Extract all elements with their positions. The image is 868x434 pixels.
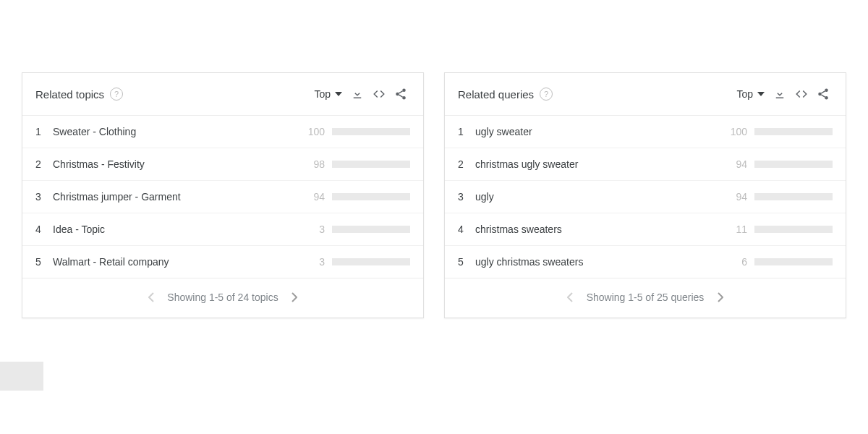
rank: 4 <box>35 224 50 235</box>
list-item[interactable]: 1 ugly sweater 100 <box>445 116 846 148</box>
bar-track <box>332 128 410 135</box>
svg-point-1 <box>396 93 399 96</box>
help-icon[interactable]: ? <box>110 88 123 101</box>
list-item[interactable]: 5 Walmart - Retail company 3 <box>22 246 423 278</box>
download-icon[interactable] <box>346 83 368 105</box>
prev-page-button[interactable] <box>140 286 163 309</box>
rank: 2 <box>35 158 50 170</box>
item-label: Christmas - Festivity <box>50 158 296 170</box>
bar-track <box>332 161 410 168</box>
item-value: 100 <box>718 126 754 137</box>
item-value: 94 <box>296 191 332 203</box>
svg-point-5 <box>825 96 828 100</box>
list-item[interactable]: 2 christmas ugly sweater 94 <box>445 148 846 181</box>
bar-track <box>754 258 833 265</box>
rows-list: 1 Sweater - Clothing 100 2 Christmas - F… <box>22 116 423 278</box>
item-label: Idea - Topic <box>50 224 296 235</box>
item-value: 94 <box>718 158 754 170</box>
rows-list: 1 ugly sweater 100 2 christmas ugly swea… <box>445 116 846 278</box>
card-header: Related queries ? Top <box>445 73 846 116</box>
item-label: ugly christmas sweaters <box>472 256 718 268</box>
rank: 3 <box>458 191 472 203</box>
bar-track <box>754 161 833 168</box>
list-item[interactable]: 5 ugly christmas sweaters 6 <box>445 246 846 278</box>
sort-dropdown[interactable]: Top <box>736 88 769 100</box>
card-title: Related queries <box>458 88 534 101</box>
chevron-down-icon <box>757 92 765 96</box>
item-label: Christmas jumper - Garment <box>50 191 296 203</box>
pagination-text: Showing 1-5 of 24 topics <box>163 292 282 303</box>
item-value: 3 <box>296 256 332 268</box>
chevron-down-icon <box>335 92 342 96</box>
share-icon[interactable] <box>812 83 834 105</box>
share-icon[interactable] <box>390 83 412 105</box>
related-topics-card: Related topics ? Top 1 Sweater - <box>22 72 424 318</box>
item-value: 6 <box>718 256 754 268</box>
pagination-text: Showing 1-5 of 25 queries <box>582 292 709 303</box>
svg-point-2 <box>402 96 406 100</box>
list-item[interactable]: 3 Christmas jumper - Garment 94 <box>22 181 423 213</box>
related-queries-card: Related queries ? Top 1 ugly swea <box>444 72 846 318</box>
list-item[interactable]: 2 Christmas - Festivity 98 <box>22 148 423 181</box>
rank: 1 <box>458 126 472 137</box>
bar-track <box>332 258 410 265</box>
list-item[interactable]: 3 ugly 94 <box>445 181 846 213</box>
bar-track <box>332 193 410 200</box>
item-label: Walmart - Retail company <box>50 256 296 268</box>
rank: 1 <box>35 126 50 137</box>
embed-icon[interactable] <box>791 83 812 105</box>
embed-icon[interactable] <box>368 83 390 105</box>
bar-track <box>332 226 410 233</box>
panels-container: Related topics ? Top 1 Sweater - <box>0 0 868 318</box>
list-item[interactable]: 4 christmas sweaters 11 <box>445 213 846 246</box>
pagination-footer: Showing 1-5 of 24 topics <box>22 278 423 318</box>
rank: 2 <box>458 158 472 170</box>
rank: 4 <box>458 224 472 235</box>
item-label: ugly <box>472 191 718 203</box>
download-icon[interactable] <box>769 83 791 105</box>
bar-track <box>754 226 833 233</box>
rank: 5 <box>35 256 50 268</box>
svg-point-3 <box>825 89 828 93</box>
card-title: Related topics <box>35 88 104 101</box>
item-value: 100 <box>296 126 332 137</box>
svg-point-4 <box>818 93 822 96</box>
help-icon[interactable]: ? <box>540 88 553 101</box>
sort-dropdown[interactable]: Top <box>314 88 346 100</box>
bar-track <box>754 128 833 135</box>
prev-page-button[interactable] <box>559 286 582 309</box>
next-page-button[interactable] <box>283 286 306 309</box>
page-edge-decoration <box>0 362 43 391</box>
item-label: ugly sweater <box>472 126 718 137</box>
list-item[interactable]: 4 Idea - Topic 3 <box>22 213 423 246</box>
bar-track <box>754 193 833 200</box>
sort-label: Top <box>736 88 753 100</box>
item-label: christmas ugly sweater <box>472 158 718 170</box>
item-label: christmas sweaters <box>472 224 718 235</box>
item-value: 11 <box>718 224 754 235</box>
item-label: Sweater - Clothing <box>50 126 296 137</box>
pagination-footer: Showing 1-5 of 25 queries <box>445 278 846 318</box>
rank: 5 <box>458 256 472 268</box>
item-value: 98 <box>296 158 332 170</box>
list-item[interactable]: 1 Sweater - Clothing 100 <box>22 116 423 148</box>
svg-point-0 <box>402 89 406 93</box>
sort-label: Top <box>314 88 331 100</box>
next-page-button[interactable] <box>708 286 731 309</box>
rank: 3 <box>35 191 50 203</box>
item-value: 3 <box>296 224 332 235</box>
card-header: Related topics ? Top <box>22 73 423 116</box>
item-value: 94 <box>718 191 754 203</box>
